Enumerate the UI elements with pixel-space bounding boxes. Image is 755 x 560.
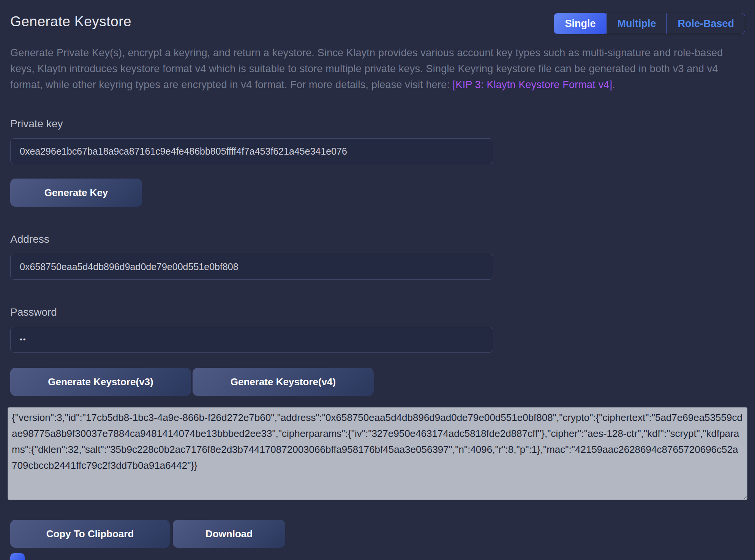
private-key-label: Private key (10, 118, 745, 130)
partial-button-below-fold[interactable] (10, 553, 25, 560)
page-description: Generate Private Key(s), encrypt a keyri… (10, 45, 745, 93)
main-content: Generate Keystore Single Multiple Role-B… (0, 0, 755, 548)
tab-role-based[interactable]: Role-Based (667, 13, 745, 34)
generate-key-button[interactable]: Generate Key (10, 179, 142, 207)
download-button[interactable]: Download (173, 520, 285, 548)
generate-keystore-v3-button[interactable]: Generate Keystore(v3) (10, 368, 191, 396)
address-input[interactable] (10, 254, 493, 280)
description-text: Generate Private Key(s), encrypt a keyri… (10, 47, 723, 90)
generate-keystore-v4-button[interactable]: Generate Keystore(v4) (193, 368, 374, 396)
tab-multiple[interactable]: Multiple (606, 13, 667, 34)
tab-single[interactable]: Single (554, 13, 607, 34)
address-label: Address (10, 233, 745, 245)
private-key-input[interactable] (10, 138, 493, 164)
keystore-json-output[interactable]: {"version":3,"id":"17cb5db8-1bc3-4a9e-86… (8, 407, 747, 500)
copy-to-clipboard-button[interactable]: Copy To Clipboard (10, 520, 170, 548)
page-header: Generate Keystore Single Multiple Role-B… (10, 0, 745, 34)
password-label: Password (10, 306, 745, 318)
output-action-buttons: Copy To Clipboard Download (10, 520, 745, 548)
password-input[interactable] (10, 327, 493, 353)
keyring-type-tabs: Single Multiple Role-Based (554, 13, 745, 34)
kip3-keystore-format-link[interactable]: [KIP 3: Klaytn Keystore Format v4] (453, 79, 612, 90)
description-suffix: . (612, 79, 615, 90)
page-title: Generate Keystore (10, 14, 131, 30)
generate-keystore-buttons: Generate Keystore(v3) Generate Keystore(… (10, 368, 745, 396)
